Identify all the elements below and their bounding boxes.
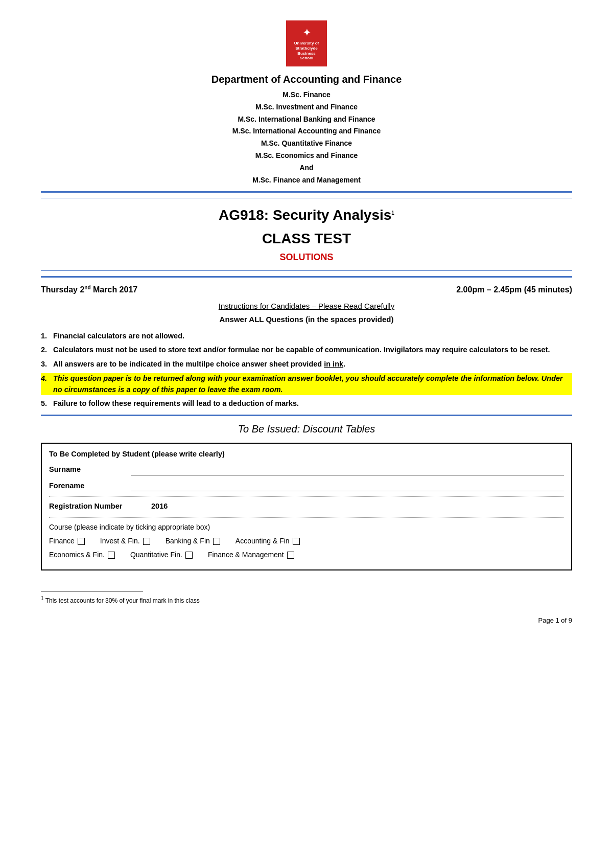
instruction-3: 3. All answers are to be indicated in th… <box>41 359 572 370</box>
instruction-5-text: Failure to follow these requirements wil… <box>53 398 572 409</box>
instruction-4-text: This question paper is to be returned al… <box>53 373 572 396</box>
checkbox-economics: Economics & Fin. <box>49 550 115 560</box>
invest-checkbox[interactable] <box>143 538 150 545</box>
quant-checkbox[interactable] <box>185 552 193 559</box>
surname-label: Surname <box>49 464 131 475</box>
economics-checkbox[interactable] <box>108 552 115 559</box>
instruction-2-text: Calculators must not be used to store te… <box>53 345 572 356</box>
logo-container: ✦ University of Strathclyde Business Sch… <box>41 20 572 66</box>
finance-label: Finance <box>49 536 75 546</box>
program-8: M.Sc. Finance and Management <box>41 174 572 187</box>
accounting-label: Accounting & Fin <box>235 536 290 546</box>
reg-value: 2016 <box>151 501 168 512</box>
page-number: Page 1 of 9 <box>41 615 572 626</box>
discount-tables-label: To Be Issued: Discount Tables <box>41 421 572 437</box>
banking-checkbox[interactable] <box>213 538 220 545</box>
course-label: Course (please indicate by ticking appro… <box>49 522 564 533</box>
department-name: Department of Accounting and Finance <box>41 72 572 87</box>
logo-text: University of Strathclyde Business Schoo… <box>294 41 319 60</box>
instruction-1-text: Financial calculators are not allowed. <box>53 331 572 342</box>
date-time-row: Thursday 2nd March 2017 2.00pm – 2.45pm … <box>41 284 572 296</box>
middle-divider <box>41 276 572 278</box>
banking-label: Banking & Fin <box>166 536 210 546</box>
class-test-label: CLASS TEST <box>41 228 572 249</box>
checkbox-banking: Banking & Fin <box>166 536 220 546</box>
top-divider-thin <box>41 198 572 198</box>
exam-time: 2.00pm – 2.45pm (45 minutes) <box>456 284 572 296</box>
footnote-superscript: 1 <box>41 596 44 601</box>
instruction-4: 4. This question paper is to be returned… <box>41 373 572 396</box>
instruction-5-num: 5. <box>41 398 53 409</box>
instructions-heading: Instructions for Candidates – Please Rea… <box>41 301 572 312</box>
invest-label: Invest & Fin. <box>100 536 140 546</box>
mgmt-checkbox[interactable] <box>287 552 294 559</box>
instruction-2-num: 2. <box>41 345 53 356</box>
instruction-4-num: 4. <box>41 373 53 396</box>
header-section: ✦ University of Strathclyde Business Sch… <box>41 20 572 186</box>
program-list: M.Sc. Finance M.Sc. Investment and Finan… <box>41 89 572 186</box>
program-1: M.Sc. Finance <box>41 89 572 101</box>
forename-label: Forename <box>49 481 131 492</box>
logo-icon: ✦ <box>303 26 311 40</box>
economics-label: Economics & Fin. <box>49 550 105 560</box>
forename-field[interactable] <box>131 481 564 491</box>
reg-label: Registration Number <box>49 501 151 512</box>
program-6: M.Sc. Economics and Finance <box>41 150 572 162</box>
checkbox-mgmt: Finance & Management <box>208 550 294 560</box>
answer-all: Answer ALL Questions (in the spaces prov… <box>41 314 572 326</box>
quant-label: Quantitative Fin. <box>130 550 182 560</box>
lower-divider <box>41 415 572 416</box>
checkbox-invest: Invest & Fin. <box>100 536 150 546</box>
exam-title-section: AG918: Security Analysis1 CLASS TEST SOL… <box>41 200 572 268</box>
checkbox-quant: Quantitative Fin. <box>130 550 193 560</box>
program-5: M.Sc. Quantitative Finance <box>41 138 572 150</box>
checkbox-finance: Finance <box>49 536 85 546</box>
program-7: And <box>41 162 572 174</box>
checkbox-row-1: Finance Invest & Fin. Banking & Fin Acco… <box>49 536 564 546</box>
instruction-2: 2. Calculators must not be used to store… <box>41 345 572 356</box>
course-row: Course (please indicate by ticking appro… <box>49 517 564 560</box>
exam-title: AG918: Security Analysis1 <box>41 204 572 226</box>
program-4: M.Sc. International Accounting and Finan… <box>41 125 572 138</box>
footnote: 1 This test accounts for 30% of your fin… <box>41 595 572 605</box>
program-2: M.Sc. Investment and Finance <box>41 101 572 113</box>
instruction-3-text: All answers are to be indicated in the m… <box>53 359 572 370</box>
mgmt-label: Finance & Management <box>208 550 284 560</box>
exam-date: Thursday 2nd March 2017 <box>41 284 137 296</box>
top-divider <box>41 191 572 193</box>
footnote-text: This test accounts for 30% of your final… <box>45 597 200 604</box>
checkbox-row-2: Economics & Fin. Quantitative Fin. Finan… <box>49 550 564 560</box>
instruction-1: 1. Financial calculators are not allowed… <box>41 331 572 342</box>
instruction-1-num: 1. <box>41 331 53 342</box>
surname-row: Surname <box>49 464 564 475</box>
instructions-list: 1. Financial calculators are not allowed… <box>41 331 572 410</box>
exam-superscript: 1 <box>391 210 394 216</box>
forename-row: Forename <box>49 481 564 492</box>
reg-row: Registration Number 2016 <box>49 496 564 512</box>
program-3: M.Sc. International Banking and Finance <box>41 113 572 126</box>
university-logo: ✦ University of Strathclyde Business Sch… <box>286 20 327 66</box>
accounting-checkbox[interactable] <box>293 538 300 545</box>
middle-divider-thin <box>41 270 572 271</box>
exam-code: AG918: Security Analysis <box>219 207 391 223</box>
instruction-5: 5. Failure to follow these requirements … <box>41 398 572 409</box>
surname-field[interactable] <box>131 465 564 475</box>
finance-checkbox[interactable] <box>78 538 85 545</box>
student-box-title: To Be Completed by Student (please write… <box>49 449 564 460</box>
solutions-label: SOLUTIONS <box>41 250 572 264</box>
checkbox-accounting: Accounting & Fin <box>235 536 300 546</box>
footnote-divider <box>41 591 143 591</box>
student-box: To Be Completed by Student (please write… <box>41 443 572 570</box>
instruction-3-num: 3. <box>41 359 53 370</box>
